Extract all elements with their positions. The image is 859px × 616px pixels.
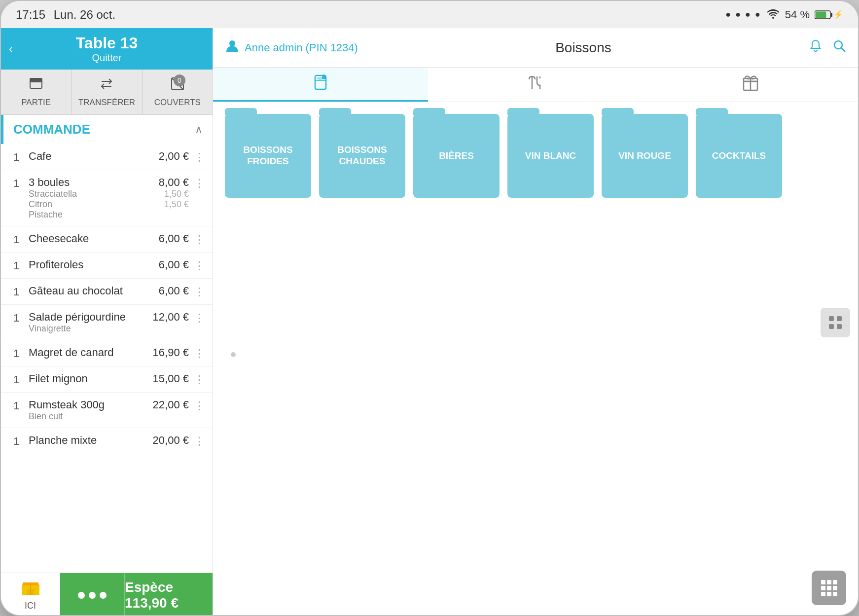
signal-icon: ● ● ● ● [725,9,761,20]
ici-label: ICI [25,601,36,611]
device-frame: 17:15 Lun. 26 oct. ● ● ● ● 54 % ⚡ [0,0,859,616]
category-label-2: BIÈRES [439,150,474,162]
order-item-6[interactable]: 1 Magret de canard 16,90 € ⋮ [1,340,213,366]
order-item-details-1: 3 boules StracciatellaCitronPistache [29,176,154,220]
category-boissons-froides[interactable]: BOISSONSFROIDES [225,114,311,198]
order-item-2[interactable]: 1 Cheesecake 6,00 € ⋮ [1,226,213,253]
order-item-7[interactable]: 1 Filet mignon 15,00 € ⋮ [1,366,213,393]
order-item-5[interactable]: 1 Salade périgourdine Vinaigrette 12,00 … [1,305,213,340]
order-list: 1 Cafe 2,00 € ⋮ 1 3 boules Stracciatella… [1,144,213,573]
category-cocktails[interactable]: COCKTAILS [696,114,782,198]
order-item-menu-1[interactable]: ⋮ [194,177,205,190]
order-item-price-2: 6,00 € [159,232,189,245]
status-time: 17:15 [16,8,45,21]
order-item-qty-1: 1 [9,177,24,190]
tab-food[interactable] [428,68,643,102]
transferer-button[interactable]: TRANSFÉRER [72,70,142,114]
order-item-price-0: 2,00 € [159,150,189,163]
partie-button[interactable]: PARTIE [1,70,72,114]
order-item-0[interactable]: 1 Cafe 2,00 € ⋮ [1,144,213,170]
side-button[interactable] [821,308,850,337]
order-item-sub-8-0: Bien cuit [29,411,148,422]
category-label-5: COCKTAILS [712,150,766,162]
order-item-name-6: Magret de canard [29,346,148,359]
right-panel: Anne admin (PIN 1234) Boissons [213,28,858,616]
order-title: COMMANDE [13,122,90,137]
tab-boissons[interactable] [213,68,428,102]
order-item-details-6: Magret de canard [29,346,148,359]
tab-gift[interactable] [643,68,858,102]
order-item-8[interactable]: 1 Rumsteak 300g Bien cuit 22,00 € ⋮ [1,393,213,428]
ici-button[interactable]: ICI [1,573,60,616]
order-item-name-8: Rumsteak 300g [29,399,148,411]
payment-button[interactable]: Espèce 113,90 € [124,573,213,616]
order-item-menu-4[interactable]: ⋮ [194,286,205,298]
order-item-menu-0[interactable]: ⋮ [194,151,205,164]
order-item-name-4: Gâteau au chocolat [29,285,154,297]
category-vin-rouge[interactable]: VIN ROUGE [602,114,688,198]
more-button[interactable] [60,573,124,616]
order-item-1[interactable]: 1 3 boules StracciatellaCitronPistache 8… [1,170,213,226]
order-item-price-4: 6,00 € [159,285,189,297]
order-item-menu-8[interactable]: ⋮ [194,399,205,412]
order-item-details-7: Filet mignon [29,372,148,385]
svg-point-12 [229,40,235,46]
order-item-price-6: 16,90 € [153,346,189,359]
order-item-menu-7[interactable]: ⋮ [194,373,205,386]
notification-icon[interactable] [809,39,823,56]
svg-rect-25 [837,316,842,321]
order-item-sub-1-1: Citron [29,199,154,210]
search-icon[interactable] [832,39,846,56]
order-item-4[interactable]: 1 Gâteau au chocolat 6,00 € ⋮ [1,279,213,305]
order-item-price-col-0: 2,00 € [159,150,189,163]
order-item-price-9: 20,00 € [153,434,189,447]
battery-icon: ⚡ [815,10,843,19]
order-item-3[interactable]: 1 Profiteroles 6,00 € ⋮ [1,253,213,279]
svg-rect-2 [831,13,832,17]
table-subtitle: Quitter [92,52,121,64]
svg-rect-1 [816,11,826,18]
order-item-menu-9[interactable]: ⋮ [194,435,205,448]
order-item-9[interactable]: 1 Planche mixte 20,00 € ⋮ [1,428,213,454]
order-item-qty-4: 1 [9,286,24,298]
order-item-subprice-1-1: 1,50 € [159,189,189,199]
keypad-button[interactable] [812,571,846,605]
order-item-price-7: 15,00 € [153,372,189,385]
payment-label: Espèce 113,90 € [125,580,213,611]
order-item-menu-2[interactable]: ⋮ [194,233,205,246]
order-item-name-3: Profiteroles [29,258,154,271]
order-item-name-0: Cafe [29,150,154,163]
tab-boissons-icon [311,73,330,96]
category-bieres[interactable]: BIÈRES [413,114,500,198]
order-item-price-col-6: 16,90 € [153,346,189,359]
order-item-name-9: Planche mixte [29,434,148,447]
order-collapse-button[interactable]: ∧ [195,123,203,136]
order-item-menu-6[interactable]: ⋮ [194,347,205,360]
order-item-details-3: Profiteroles [29,258,154,271]
back-button[interactable]: ‹ [9,42,13,56]
order-item-qty-0: 1 [9,151,24,164]
svg-rect-10 [27,589,30,595]
tabs-bar [213,68,858,102]
action-buttons: PARTIE TRANSFÉRER [1,70,213,115]
category-vin-blanc[interactable]: VIN BLANC [507,114,594,198]
user-icon [225,38,240,57]
user-info: Anne admin (PIN 1234) [225,38,358,57]
svg-rect-24 [829,316,834,321]
status-time-date: 17:15 Lun. 26 oct. [16,8,115,22]
couverts-button[interactable]: 0 COUVERTS [143,70,213,114]
svg-line-14 [841,48,845,52]
order-item-subprice-1-2: 1,50 € [159,199,189,210]
category-boissons-chaudes[interactable]: BOISSONSCHAUDES [319,114,405,198]
table-name: Table 13 [76,34,138,52]
user-label: Anne admin (PIN 1234) [245,41,358,54]
order-header: COMMANDE ∧ [1,115,213,144]
category-label-4: VIN ROUGE [618,150,671,162]
order-item-menu-3[interactable]: ⋮ [194,259,205,272]
order-item-price-col-9: 20,00 € [153,434,189,447]
tab-gift-icon [741,73,760,96]
order-item-menu-5[interactable]: ⋮ [194,312,205,325]
category-label-3: VIN BLANC [525,150,576,162]
order-item-price-col-8: 22,00 € [153,399,189,411]
keypad-icon [821,580,837,596]
